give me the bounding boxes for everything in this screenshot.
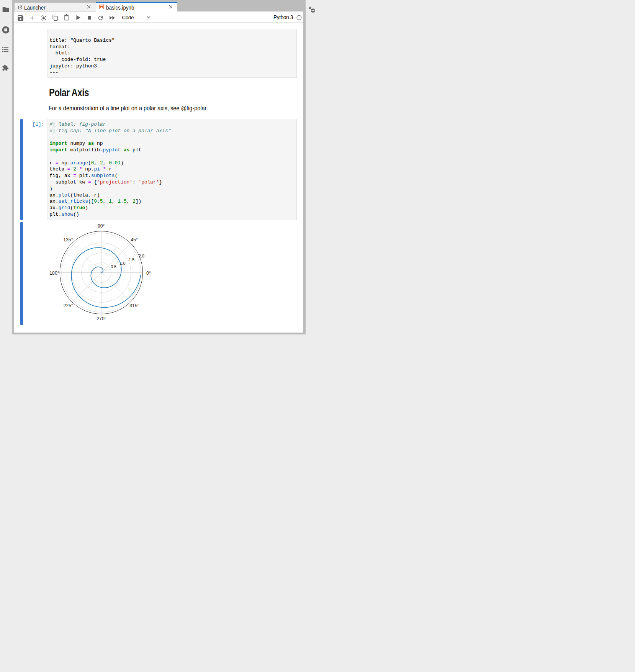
svg-text:225°: 225° xyxy=(64,303,74,308)
svg-text:315°: 315° xyxy=(129,303,139,308)
svg-text:270°: 270° xyxy=(97,316,106,321)
svg-text:1.5: 1.5 xyxy=(129,257,134,262)
svg-text:2.0: 2.0 xyxy=(139,254,144,258)
svg-text:0°: 0° xyxy=(146,270,151,276)
svg-text:180°: 180° xyxy=(49,270,59,276)
svg-text:0.5: 0.5 xyxy=(111,264,116,269)
svg-text:135°: 135° xyxy=(63,237,73,243)
svg-text:90°: 90° xyxy=(98,223,105,229)
svg-text:45°: 45° xyxy=(131,237,138,243)
svg-text:1.0: 1.0 xyxy=(119,261,125,266)
